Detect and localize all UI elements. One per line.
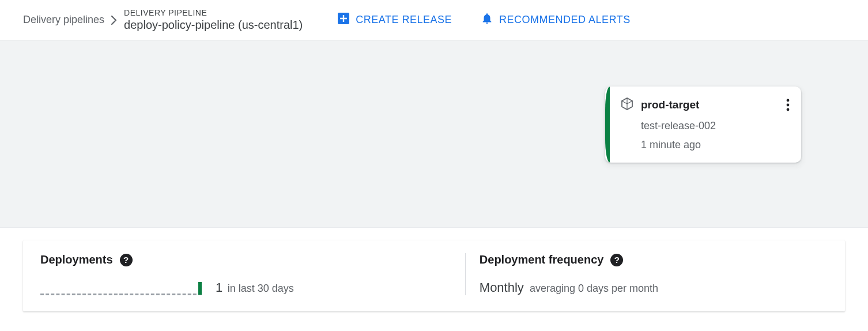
deployments-heading: Deployments ? [40, 253, 465, 266]
recommended-alerts-label: RECOMMENDED ALERTS [499, 14, 631, 26]
sparkline-bar [198, 282, 202, 295]
frequency-detail: averaging 0 days per month [530, 283, 658, 294]
create-release-button[interactable]: CREATE RELEASE [337, 12, 452, 28]
header-bar: Delivery pipelines DELIVERY PIPELINE dep… [0, 0, 868, 40]
recommended-alerts-button[interactable]: RECOMMENDED ALERTS [481, 12, 631, 28]
add-box-icon [337, 12, 350, 28]
breadcrumb-current: DELIVERY PIPELINE deploy-policy-pipeline… [124, 8, 303, 32]
metrics-card: Deployments ? 1 in last 30 days Deployme… [23, 240, 845, 311]
target-card[interactable]: prod-target test-release-002 1 minute ag… [605, 86, 801, 163]
metrics-section: Deployments ? 1 in last 30 days Deployme… [0, 228, 868, 329]
status-accent-success [605, 86, 610, 163]
pipeline-canvas[interactable]: prod-target test-release-002 1 minute ag… [0, 40, 868, 228]
more-vert-icon[interactable] [786, 99, 790, 111]
create-release-label: CREATE RELEASE [356, 14, 452, 26]
bell-add-icon [481, 12, 493, 28]
svg-point-3 [787, 108, 790, 111]
breadcrumb-root[interactable]: Delivery pipelines [23, 14, 104, 26]
deployments-count: 1 [216, 280, 222, 295]
frequency-heading: Deployment frequency ? [480, 253, 828, 266]
target-release: test-release-002 [641, 120, 790, 132]
svg-point-1 [787, 99, 790, 102]
deployments-period: in last 30 days [228, 283, 294, 294]
deployments-sparkline [40, 284, 202, 295]
chevron-right-icon [111, 16, 117, 25]
frequency-value: Monthly [480, 280, 524, 295]
svg-point-2 [787, 104, 790, 107]
deployments-title: Deployments [40, 253, 113, 266]
help-icon[interactable]: ? [610, 254, 623, 266]
gke-target-icon [620, 97, 634, 113]
pipeline-overline: DELIVERY PIPELINE [124, 8, 303, 17]
target-age: 1 minute ago [641, 139, 790, 151]
help-icon[interactable]: ? [120, 254, 133, 266]
frequency-title: Deployment frequency [480, 253, 604, 266]
target-name: prod-target [641, 99, 699, 111]
pipeline-name: deploy-policy-pipeline (us-central1) [124, 18, 303, 32]
